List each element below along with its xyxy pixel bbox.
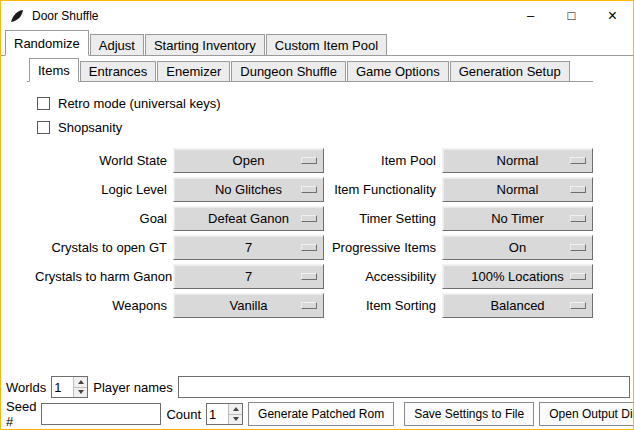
dropdown-indicator-icon bbox=[570, 215, 586, 222]
logic-level-dropdown[interactable]: No Glitches bbox=[173, 177, 324, 202]
tab-randomize[interactable]: Randomize bbox=[5, 30, 89, 56]
dropdown-indicator-icon bbox=[570, 273, 586, 280]
window-title: Door Shuffle bbox=[32, 9, 99, 23]
tab-game-options-label: Game Options bbox=[356, 64, 440, 79]
progressive-items-dropdown[interactable]: On bbox=[442, 235, 593, 260]
seed-label: Seed # bbox=[6, 399, 36, 429]
items-pane: Retro mode (universal keys) Shopsanity W… bbox=[27, 82, 593, 318]
tab-game-options[interactable]: Game Options bbox=[347, 61, 449, 81]
seed-input[interactable] bbox=[41, 403, 161, 425]
shopsanity-checkbox[interactable] bbox=[37, 121, 50, 134]
logic-level-label: Logic Level bbox=[35, 182, 167, 197]
retro-mode-row[interactable]: Retro mode (universal keys) bbox=[37, 94, 593, 112]
chevron-down-icon bbox=[78, 390, 84, 394]
chevron-up-icon bbox=[233, 407, 239, 411]
save-settings-button[interactable]: Save Settings to File bbox=[404, 402, 534, 426]
world-state-dropdown[interactable]: Open bbox=[173, 148, 324, 173]
dropdown-indicator-icon bbox=[301, 186, 317, 193]
item-sorting-dropdown[interactable]: Balanced bbox=[442, 293, 593, 318]
dropdown-indicator-icon bbox=[570, 186, 586, 193]
tab-items[interactable]: Items bbox=[29, 58, 79, 82]
item-pool-dropdown[interactable]: Normal bbox=[442, 148, 593, 173]
retro-mode-checkbox[interactable] bbox=[37, 97, 50, 110]
inner-notebook: Items Entrances Enemizer Dungeon Shuffle… bbox=[27, 58, 593, 318]
open-output-directory-button[interactable]: Open Output Directory bbox=[539, 402, 634, 426]
tab-starting-inventory-label: Starting Inventory bbox=[154, 38, 256, 53]
weapons-dropdown[interactable]: Vanilla bbox=[173, 293, 324, 318]
world-state-label: World State bbox=[35, 153, 167, 168]
spacer bbox=[1, 318, 633, 375]
tab-enemizer[interactable]: Enemizer bbox=[157, 61, 230, 81]
tab-enemizer-label: Enemizer bbox=[166, 64, 221, 79]
item-functionality-dropdown[interactable]: Normal bbox=[442, 177, 593, 202]
inner-tabbar: Items Entrances Enemizer Dungeon Shuffle… bbox=[27, 58, 593, 82]
worlds-spinbox bbox=[51, 376, 88, 398]
item-sorting-label: Item Sorting bbox=[330, 298, 436, 313]
spin-down-button[interactable] bbox=[229, 414, 242, 425]
shopsanity-label: Shopsanity bbox=[58, 120, 122, 135]
count-spinbox bbox=[206, 403, 243, 425]
goal-dropdown[interactable]: Defeat Ganon bbox=[173, 206, 324, 231]
crystals-open-gt-dropdown[interactable]: 7 bbox=[173, 235, 324, 260]
count-spin-buttons bbox=[228, 404, 242, 424]
tab-dungeon-shuffle-label: Dungeon Shuffle bbox=[240, 64, 337, 79]
titlebar[interactable]: Door Shuffle – □ × bbox=[1, 1, 633, 30]
tab-custom-item-pool[interactable]: Custom Item Pool bbox=[266, 34, 387, 55]
spin-up-button[interactable] bbox=[74, 377, 87, 387]
minimize-button[interactable]: – bbox=[510, 1, 551, 30]
goal-label: Goal bbox=[35, 211, 167, 226]
tab-items-label: Items bbox=[38, 63, 70, 78]
window-controls: – □ × bbox=[510, 1, 633, 30]
worlds-label: Worlds bbox=[6, 380, 46, 395]
tab-generation-setup-label: Generation Setup bbox=[459, 64, 561, 79]
close-button[interactable]: × bbox=[592, 1, 633, 30]
worlds-spin-buttons bbox=[73, 377, 87, 397]
window: Door Shuffle – □ × Randomize Adjust Star… bbox=[0, 0, 634, 430]
tab-generation-setup[interactable]: Generation Setup bbox=[450, 61, 570, 81]
spin-up-button[interactable] bbox=[229, 404, 242, 414]
spin-down-button[interactable] bbox=[74, 387, 87, 398]
crystals-open-gt-value: 7 bbox=[245, 240, 252, 255]
accessibility-dropdown[interactable]: 100% Locations bbox=[442, 264, 593, 289]
generate-patched-rom-button[interactable]: Generate Patched Rom bbox=[248, 402, 394, 426]
count-input[interactable] bbox=[207, 404, 228, 424]
outer-tabbar: Randomize Adjust Starting Inventory Cust… bbox=[1, 30, 633, 56]
count-label: Count bbox=[166, 407, 201, 422]
dropdown-indicator-icon bbox=[570, 157, 586, 164]
logic-level-value: No Glitches bbox=[215, 182, 282, 197]
tab-adjust[interactable]: Adjust bbox=[90, 34, 144, 55]
shopsanity-row[interactable]: Shopsanity bbox=[37, 118, 593, 136]
close-icon: × bbox=[608, 7, 617, 25]
tab-starting-inventory[interactable]: Starting Inventory bbox=[145, 34, 265, 55]
player-names-label: Player names bbox=[93, 380, 172, 395]
tab-entrances-label: Entrances bbox=[89, 64, 148, 79]
item-sorting-value: Balanced bbox=[490, 298, 544, 313]
retro-mode-label: Retro mode (universal keys) bbox=[58, 96, 221, 111]
timer-setting-dropdown[interactable]: No Timer bbox=[442, 206, 593, 231]
tab-randomize-label: Randomize bbox=[14, 36, 80, 51]
player-names-input[interactable] bbox=[178, 376, 630, 398]
world-state-value: Open bbox=[233, 153, 265, 168]
progressive-items-label: Progressive Items bbox=[330, 240, 436, 255]
timer-setting-label: Timer Setting bbox=[330, 211, 436, 226]
app-icon bbox=[9, 8, 25, 24]
dropdown-indicator-icon bbox=[301, 244, 317, 251]
worlds-input[interactable] bbox=[52, 377, 73, 397]
item-functionality-label: Item Functionality bbox=[330, 182, 436, 197]
dropdown-indicator-icon bbox=[301, 302, 317, 309]
seed-row: Seed # Count Generate Patched Rom Save S… bbox=[6, 402, 630, 426]
crystals-harm-ganon-dropdown[interactable]: 7 bbox=[173, 264, 324, 289]
accessibility-label: Accessibility bbox=[330, 269, 436, 284]
maximize-button[interactable]: □ bbox=[551, 1, 592, 30]
crystals-harm-ganon-label: Crystals to harm Ganon bbox=[35, 269, 167, 284]
weapons-label: Weapons bbox=[35, 298, 167, 313]
weapons-value: Vanilla bbox=[229, 298, 267, 313]
maximize-icon: □ bbox=[568, 8, 576, 23]
minimize-icon: – bbox=[527, 8, 534, 23]
item-pool-label: Item Pool bbox=[330, 153, 436, 168]
tab-dungeon-shuffle[interactable]: Dungeon Shuffle bbox=[231, 61, 346, 81]
progressive-items-value: On bbox=[509, 240, 526, 255]
item-functionality-value: Normal bbox=[497, 182, 539, 197]
worlds-row: Worlds Player names bbox=[6, 375, 630, 399]
tab-entrances[interactable]: Entrances bbox=[80, 61, 157, 81]
